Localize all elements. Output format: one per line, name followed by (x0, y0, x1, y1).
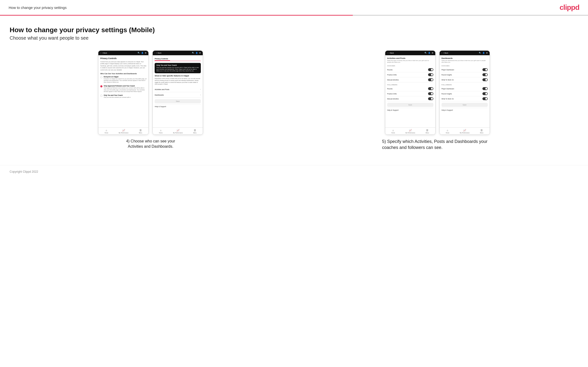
phone-group-3-4: ‹ < Back 🔍 👤 ⚙ Activities and Posts Sele… (296, 50, 579, 150)
toggle-coaches-manual-control[interactable] (428, 78, 433, 81)
nav-menu-4[interactable]: ☰ Menu (480, 129, 483, 133)
settings-icon[interactable]: ⚙ (145, 52, 147, 54)
activities-sub: Select the types of activity that you'd … (387, 60, 433, 63)
home-icon-3: ⌂ (392, 129, 394, 132)
toggle-followers-drills-control[interactable] (428, 92, 433, 95)
save-button-3[interactable]: Save (387, 103, 433, 107)
back-arrow-icon-2: ‹ (155, 52, 155, 54)
toggle-dash-followers-insights-label: Round Insights (441, 93, 452, 95)
nav-menu-label-4: Menu (480, 132, 483, 133)
toggle-dash-followers-insights-control[interactable] (482, 92, 488, 95)
radio-everyone[interactable]: Everyone on Clippd Everyone on Clippd ca… (100, 76, 147, 83)
toggle-dash-followers-insights[interactable]: Round Insights (441, 91, 488, 96)
toggle-dash-coaches-workOn-control[interactable] (482, 78, 488, 81)
phone-back-3[interactable]: ‹ < Back (387, 52, 394, 54)
performance-icon-2: 📈 (176, 129, 179, 132)
back-label-3: < Back (389, 52, 394, 54)
page-subheading: Choose what you want people to see (10, 35, 578, 41)
toggle-coaches-rounds[interactable]: Rounds (387, 67, 433, 72)
toggle-coaches-drills[interactable]: Practice Drills (387, 72, 433, 77)
radio-approved[interactable]: Only Approved Followers and Your Coach O… (100, 85, 147, 92)
nav-performance-2[interactable]: 📈 My Performance (173, 129, 183, 133)
search-icon-3[interactable]: 🔍 (424, 52, 427, 54)
toggle-followers-rounds[interactable]: Rounds (387, 86, 433, 91)
toggle-coaches-rounds-control[interactable] (428, 68, 433, 71)
settings-icon-2[interactable]: ⚙ (199, 52, 201, 54)
profile-icon-3[interactable]: 👤 (428, 52, 431, 54)
radio-circle-everyone (100, 76, 103, 78)
nav-menu-1[interactable]: ☰ Menu (139, 129, 142, 133)
toggle-dash-followers-workOn-control[interactable] (482, 97, 488, 100)
tab-privacy[interactable]: Privacy Controls (155, 57, 170, 61)
top-bar: How to change your privacy settings clip… (0, 0, 588, 15)
profile-icon-2[interactable]: 👤 (196, 52, 198, 54)
caption-4: 4) Choose who can see your Activities an… (122, 139, 179, 149)
phone-topbar-1: ‹ < Back 🔍 👤 ⚙ (98, 51, 148, 55)
toggle-coaches-drills-control[interactable] (428, 73, 433, 76)
phone-back-2[interactable]: ‹ < Back (155, 52, 161, 54)
phone-icons-1: 🔍 👤 ⚙ (138, 52, 147, 54)
help-support-2: Help & Support (155, 104, 201, 108)
profile-icon-4[interactable]: 👤 (482, 52, 485, 54)
radio-only-you[interactable]: Only You and Your Coach Only you and the… (100, 94, 147, 98)
tab-indicator-2: Privacy Controls (155, 57, 201, 61)
toggle-dash-coaches-insights[interactable]: Round Insights (441, 72, 488, 77)
nav-perf-label-3: My Performance (406, 132, 415, 133)
toggle-dash-coaches-workOn[interactable]: What To Work On (441, 77, 488, 82)
option2-label: Only Approved Followers and Your Coach (104, 85, 147, 87)
toggle-dash-followers-player-label: Player Dashboard (441, 88, 454, 90)
radio-circle-only-you (100, 95, 103, 97)
back-label-4: < Back (443, 52, 448, 54)
option3-label: Only You and Your Coach (104, 94, 130, 96)
phone-screen-4: ‹ < Back 🔍 👤 ⚙ Dashboards Select the das… (439, 50, 490, 135)
toggle-followers-manual[interactable]: Manual Activities (387, 96, 433, 101)
toggle-dash-coaches-workOn-label: What To Work On (441, 79, 454, 81)
search-icon-2[interactable]: 🔍 (192, 52, 194, 54)
nav-performance-3[interactable]: 📈 My Performance (406, 129, 415, 133)
nav-performance-4[interactable]: 📈 My Performance (460, 129, 469, 133)
chevron-dashboards: › (200, 94, 201, 96)
save-button-4[interactable]: Save (441, 103, 488, 107)
menu-icon-4: ☰ (481, 129, 483, 132)
nav-home-4[interactable]: ⌂ Home (446, 129, 450, 133)
toggle-dash-coaches-player-control[interactable] (482, 68, 488, 71)
nav-home-2[interactable]: ⌂ Home (159, 129, 163, 133)
toggle-followers-rounds-control[interactable] (428, 87, 433, 90)
toggle-dash-coaches-player[interactable]: Player Dashboard (441, 67, 488, 72)
save-button-2[interactable]: Save (155, 99, 201, 103)
chevron-activities: › (200, 88, 201, 91)
nav-menu-2[interactable]: ☰ Menu (193, 129, 197, 133)
toggle-dash-followers-player[interactable]: Player Dashboard (441, 86, 488, 91)
search-icon-4[interactable]: 🔍 (479, 52, 481, 54)
phone-back-4[interactable]: ‹ < Back (441, 52, 448, 54)
nav-perf-label-4: My Performance (460, 132, 469, 133)
phone-back-1[interactable]: ‹ < Back (100, 52, 107, 54)
nav-menu-label-2: Menu (193, 132, 197, 133)
page-heading: How to change your privacy settings (Mob… (10, 26, 578, 34)
search-icon[interactable]: 🔍 (138, 52, 140, 54)
phone-topbar-3: ‹ < Back 🔍 👤 ⚙ (385, 51, 435, 55)
toggle-followers-manual-control[interactable] (428, 97, 433, 100)
phone-screen-3: ‹ < Back 🔍 👤 ⚙ Activities and Posts Sele… (385, 50, 435, 135)
performance-icon-4: 📈 (463, 129, 466, 132)
toggle-dash-coaches-insights-control[interactable] (482, 73, 488, 76)
profile-icon[interactable]: 👤 (141, 52, 144, 54)
phone-topbar-4: ‹ < Back 🔍 👤 ⚙ (440, 51, 490, 55)
toggle-dash-followers-player-control[interactable] (482, 87, 488, 90)
coaches-label-3: COACHES (387, 65, 433, 67)
nav-performance-1[interactable]: 📈 My Performance (119, 129, 129, 133)
nav-home-3[interactable]: ⌂ Home (391, 129, 395, 133)
toggle-followers-drills[interactable]: Practice Drills (387, 91, 433, 96)
menu-dashboards[interactable]: Dashboards › (155, 92, 201, 98)
menu-activities[interactable]: Activities and Posts › (155, 87, 201, 92)
nav-menu-label: Menu (139, 132, 142, 133)
toggle-followers-manual-label: Manual Activities (387, 98, 399, 100)
nav-home-1[interactable]: ⌂ Home (105, 129, 108, 133)
help-support-4: Help & Support (441, 108, 488, 112)
phone-icons-3: 🔍 👤 ⚙ (424, 52, 433, 54)
toggle-coaches-manual[interactable]: Manual Activities (387, 77, 433, 82)
settings-icon-3[interactable]: ⚙ (432, 52, 433, 54)
settings-icon-4[interactable]: ⚙ (486, 52, 488, 54)
nav-menu-3[interactable]: ☰ Menu (426, 129, 429, 133)
toggle-dash-followers-workOn[interactable]: What To Work On (441, 96, 488, 101)
